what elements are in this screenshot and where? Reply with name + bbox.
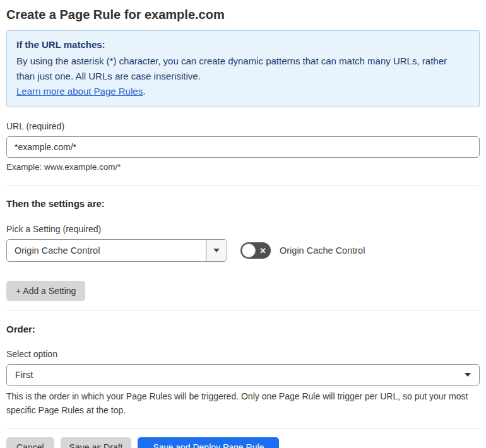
setting-row: Origin Cache Control ✕ Origin Cache Cont…	[6, 239, 480, 262]
url-label: URL (required)	[6, 121, 480, 132]
divider	[6, 310, 480, 310]
chevron-down-icon	[465, 373, 471, 377]
save-deploy-button[interactable]: Save and Deploy Page Rule	[138, 437, 279, 448]
url-input[interactable]	[6, 136, 480, 158]
chevron-down-icon	[213, 249, 220, 252]
order-helper-text: This is the order in which your Page Rul…	[6, 389, 480, 417]
order-select[interactable]: First	[6, 364, 480, 386]
order-select-value: First	[15, 370, 33, 380]
settings-section-heading: Then the settings are:	[6, 197, 480, 209]
setting-select-value: Origin Cache Control	[7, 240, 206, 261]
pick-setting-label: Pick a Setting (required)	[6, 224, 480, 235]
info-box-body: By using the asterisk (*) character, you…	[16, 54, 452, 84]
add-setting-button[interactable]: + Add a Setting	[6, 281, 85, 301]
order-section-heading: Order:	[6, 323, 480, 335]
order-select-label: Select option	[6, 349, 480, 360]
info-box-link-line: Learn more about Page Rules.	[16, 84, 470, 99]
page-title: Create a Page Rule for example.com	[6, 6, 480, 23]
setting-toggle[interactable]: ✕	[240, 242, 271, 259]
info-box-heading: If the URL matches:	[16, 38, 470, 51]
divider	[6, 185, 480, 186]
setting-select-caret-button[interactable]	[206, 240, 227, 261]
link-suffix: .	[143, 86, 145, 97]
x-mark-icon: ✕	[259, 247, 266, 255]
toggle-knob	[242, 244, 256, 257]
footer-actions: Cancel Save as Draft Save and Deploy Pag…	[6, 437, 480, 448]
setting-toggle-label: Origin Cache Control	[280, 245, 365, 256]
cancel-button[interactable]: Cancel	[6, 437, 54, 448]
url-example-text: Example: www.example.com/*	[6, 162, 480, 172]
url-match-info-box: If the URL matches: By using the asteris…	[6, 30, 480, 107]
setting-select[interactable]: Origin Cache Control	[6, 239, 227, 262]
save-draft-button[interactable]: Save as Draft	[61, 437, 132, 448]
divider	[6, 428, 480, 428]
learn-more-link[interactable]: Learn more about Page Rules	[16, 86, 143, 97]
